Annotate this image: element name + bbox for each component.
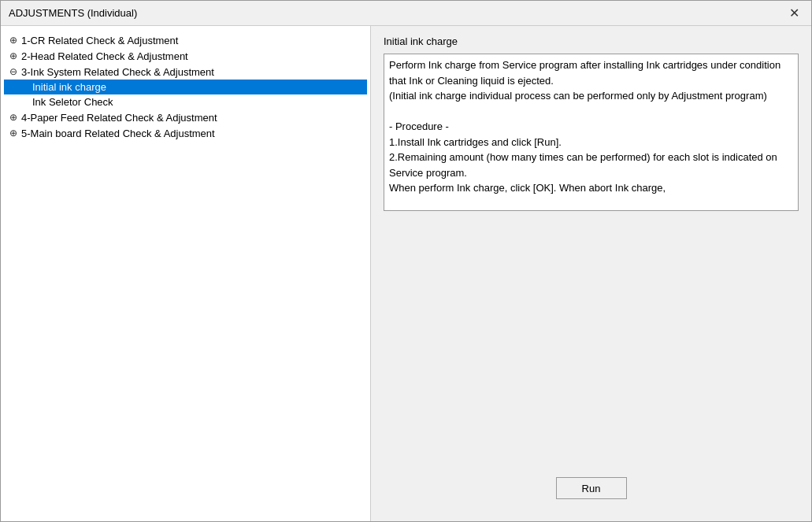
tree-label-mainboard: 5-Main board Related Check & Adjustment (21, 128, 215, 139)
expand-icon-ink (7, 65, 20, 78)
right-panel: Initial ink charge Perform Ink charge fr… (371, 26, 811, 521)
tree-item-head[interactable]: 2-Head Related Check & Adjustment (4, 48, 367, 64)
expand-icon-head (7, 50, 20, 62)
close-button[interactable]: ✕ (784, 4, 803, 23)
tree-label-ink-selector: Ink Seletor Check (32, 96, 113, 108)
main-window: ADJUSTMENTS (Individual) ✕ 1-CR Related … (0, 0, 812, 522)
main-content: 1-CR Related Check & Adjustment 2-Head R… (1, 26, 811, 521)
tree-label-paper: 4-Paper Feed Related Check & Adjustment (21, 112, 217, 124)
tree-item-initial-ink[interactable]: Initial ink charge (4, 80, 367, 94)
run-button[interactable]: Run (556, 477, 627, 499)
tree-item-mainboard[interactable]: 5-Main board Related Check & Adjustment (4, 125, 367, 141)
tree-label-cr: 1-CR Related Check & Adjustment (21, 35, 178, 46)
window-title: ADJUSTMENTS (Individual) (9, 7, 137, 19)
tree-panel: 1-CR Related Check & Adjustment 2-Head R… (1, 26, 371, 521)
run-button-area: Run (384, 477, 799, 512)
title-bar: ADJUSTMENTS (Individual) ✕ (1, 1, 811, 26)
description-text: Perform Ink charge from Service program … (389, 59, 784, 194)
description-box[interactable]: Perform Ink charge from Service program … (384, 54, 799, 211)
expand-icon-paper (7, 111, 20, 124)
tree-item-paper[interactable]: 4-Paper Feed Related Check & Adjustment (4, 109, 367, 125)
tree-label-ink: 3-Ink System Related Check & Adjustment (21, 66, 214, 78)
tree-label-head: 2-Head Related Check & Adjustment (21, 50, 188, 62)
tree-item-ink[interactable]: 3-Ink System Related Check & Adjustment (4, 64, 367, 80)
expand-icon-cr (7, 34, 20, 46)
section-title: Initial ink charge (384, 35, 799, 47)
tree-label-initial-ink: Initial ink charge (32, 81, 106, 93)
expand-icon-mainboard (7, 127, 20, 139)
tree-item-ink-selector[interactable]: Ink Seletor Check (4, 94, 367, 109)
tree-item-cr[interactable]: 1-CR Related Check & Adjustment (4, 32, 367, 48)
